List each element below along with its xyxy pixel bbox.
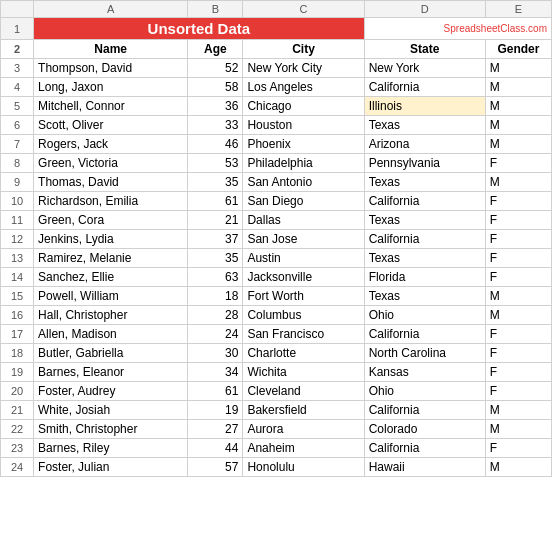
- cell-gender: F: [485, 154, 551, 173]
- cell-name: Allen, Madison: [34, 325, 188, 344]
- cell-state: California: [364, 192, 485, 211]
- row-num: 3: [1, 59, 34, 78]
- cell-city: San Diego: [243, 192, 364, 211]
- cell-age: 27: [188, 420, 243, 439]
- col-header-d: D: [364, 1, 485, 18]
- cell-state: Texas: [364, 211, 485, 230]
- cell-state: New York: [364, 59, 485, 78]
- row-num-2: 2: [1, 40, 34, 59]
- cell-state: Hawaii: [364, 458, 485, 477]
- header-gender: Gender: [485, 40, 551, 59]
- row-num-1: 1: [1, 18, 34, 40]
- col-header-e: E: [485, 1, 551, 18]
- table-row: 14Sanchez, Ellie63JacksonvilleFloridaF: [1, 268, 552, 287]
- cell-state: Texas: [364, 249, 485, 268]
- cell-city: San Antonio: [243, 173, 364, 192]
- table-row: 9Thomas, David35San AntonioTexasM: [1, 173, 552, 192]
- header-age: Age: [188, 40, 243, 59]
- cell-age: 61: [188, 192, 243, 211]
- row-num: 6: [1, 116, 34, 135]
- cell-name: Powell, William: [34, 287, 188, 306]
- cell-city: San Francisco: [243, 325, 364, 344]
- cell-gender: F: [485, 382, 551, 401]
- row-num: 15: [1, 287, 34, 306]
- cell-name: Thomas, David: [34, 173, 188, 192]
- cell-city: Columbus: [243, 306, 364, 325]
- cell-gender: M: [485, 287, 551, 306]
- cell-city: Honolulu: [243, 458, 364, 477]
- table-row: 18Butler, Gabriella30CharlotteNorth Caro…: [1, 344, 552, 363]
- cell-age: 52: [188, 59, 243, 78]
- cell-city: Bakersfield: [243, 401, 364, 420]
- cell-age: 57: [188, 458, 243, 477]
- table-row: 10Richardson, Emilia61San DiegoCaliforni…: [1, 192, 552, 211]
- table-row: 5Mitchell, Connor36ChicagoIllinoisM: [1, 97, 552, 116]
- cell-gender: M: [485, 306, 551, 325]
- cell-gender: M: [485, 97, 551, 116]
- cell-state: Ohio: [364, 382, 485, 401]
- cell-gender: M: [485, 173, 551, 192]
- col-header-a: A: [34, 1, 188, 18]
- cell-age: 33: [188, 116, 243, 135]
- cell-state: California: [364, 325, 485, 344]
- cell-name: Sanchez, Ellie: [34, 268, 188, 287]
- row-num: 19: [1, 363, 34, 382]
- cell-name: Foster, Audrey: [34, 382, 188, 401]
- table-row: 12Jenkins, Lydia37San JoseCaliforniaF: [1, 230, 552, 249]
- cell-gender: M: [485, 420, 551, 439]
- row-num: 23: [1, 439, 34, 458]
- cell-city: Phoenix: [243, 135, 364, 154]
- table-row: 17Allen, Madison24San FranciscoCaliforni…: [1, 325, 552, 344]
- cell-city: San Jose: [243, 230, 364, 249]
- table-row: 19Barnes, Eleanor34WichitaKansasF: [1, 363, 552, 382]
- table-row: 6Scott, Oliver33HoustonTexasM: [1, 116, 552, 135]
- cell-age: 18: [188, 287, 243, 306]
- row-num: 8: [1, 154, 34, 173]
- cell-city: Dallas: [243, 211, 364, 230]
- table-row: 13Ramirez, Melanie35AustinTexasF: [1, 249, 552, 268]
- cell-city: Philadelphia: [243, 154, 364, 173]
- cell-name: Scott, Oliver: [34, 116, 188, 135]
- row-num: 9: [1, 173, 34, 192]
- table-row: 4Long, Jaxon58Los AngelesCaliforniaM: [1, 78, 552, 97]
- cell-city: Anaheim: [243, 439, 364, 458]
- corner-cell: [1, 1, 34, 18]
- cell-age: 35: [188, 173, 243, 192]
- row-num: 12: [1, 230, 34, 249]
- cell-age: 30: [188, 344, 243, 363]
- cell-gender: M: [485, 135, 551, 154]
- cell-state: Texas: [364, 287, 485, 306]
- cell-name: Green, Cora: [34, 211, 188, 230]
- cell-state: California: [364, 401, 485, 420]
- cell-name: Barnes, Riley: [34, 439, 188, 458]
- cell-city: Fort Worth: [243, 287, 364, 306]
- cell-name: Richardson, Emilia: [34, 192, 188, 211]
- cell-gender: M: [485, 116, 551, 135]
- spreadsheet: A B C D E 1 Unsorted Data SpreadsheetCla…: [0, 0, 552, 477]
- cell-city: New York City: [243, 59, 364, 78]
- cell-city: Austin: [243, 249, 364, 268]
- row-num: 18: [1, 344, 34, 363]
- cell-city: Wichita: [243, 363, 364, 382]
- title-cell: Unsorted Data: [34, 18, 365, 40]
- table-row: 7Rogers, Jack46PhoenixArizonaM: [1, 135, 552, 154]
- cell-name: Jenkins, Lydia: [34, 230, 188, 249]
- cell-state: Texas: [364, 116, 485, 135]
- col-header-c: C: [243, 1, 364, 18]
- cell-name: Mitchell, Connor: [34, 97, 188, 116]
- table-row: 21White, Josiah19BakersfieldCaliforniaM: [1, 401, 552, 420]
- header-city: City: [243, 40, 364, 59]
- header-label-row: 2 Name Age City State Gender: [1, 40, 552, 59]
- cell-gender: F: [485, 211, 551, 230]
- cell-gender: M: [485, 401, 551, 420]
- table-row: 22Smith, Christopher27AuroraColoradoM: [1, 420, 552, 439]
- cell-city: Houston: [243, 116, 364, 135]
- cell-age: 28: [188, 306, 243, 325]
- cell-age: 24: [188, 325, 243, 344]
- row-num: 24: [1, 458, 34, 477]
- cell-age: 46: [188, 135, 243, 154]
- cell-name: Ramirez, Melanie: [34, 249, 188, 268]
- table-row: 15Powell, William18Fort WorthTexasM: [1, 287, 552, 306]
- cell-age: 53: [188, 154, 243, 173]
- row-num: 4: [1, 78, 34, 97]
